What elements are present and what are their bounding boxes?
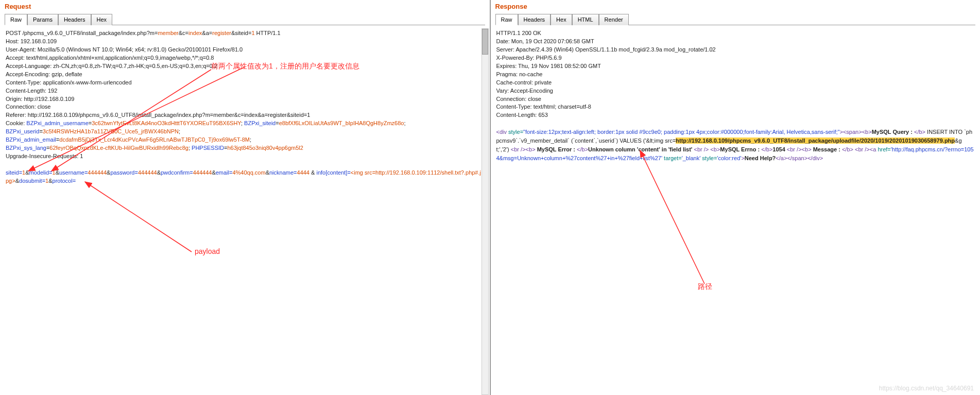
request-title: Request — [3, 2, 487, 11]
content-length-header: Content-Length: 192 — [6, 87, 484, 95]
tab-resp-headers[interactable]: Headers — [518, 14, 551, 25]
cachectl-header: Cache-control: private — [496, 79, 975, 87]
connection-header: Connection: close — [6, 103, 484, 111]
response-tabs: Raw Headers Hex HTML Render — [495, 13, 976, 25]
blank-line — [6, 161, 484, 169]
upgrade-header: Upgrade-Insecure-Requests: 1 — [6, 152, 484, 161]
content-type-header: Content-Type: application/x-www-form-url… — [6, 79, 484, 87]
host-header: Host: 192.168.0.109 — [6, 38, 484, 46]
request-body: siteid=1&modelid=1&username=444444&passw… — [6, 169, 484, 185]
upload-path-highlight: http://192.168.0.109/phpcms_v9.6.0_UTF8/… — [676, 138, 955, 144]
accept-enc-header: Accept-Encoding: gzip, deflate — [6, 71, 484, 79]
cookie-line-3: BZPxi_admin_email=dcdafmB5jDj3Tx_Lcr4dKu… — [6, 136, 484, 144]
cookie-header: Cookie: BZPxi_admin_username=3c62twnYfyt… — [6, 119, 484, 128]
conn-resp-header: Connection: close — [496, 95, 975, 104]
pragma-header: Pragma: no-cache — [496, 71, 975, 79]
response-panel: Response Raw Headers Hex HTML Render HTT… — [491, 0, 981, 395]
svg-line-5 — [640, 150, 704, 284]
tab-params[interactable]: Params — [27, 14, 58, 25]
powered-header: X-Powered-By: PHP/5.6.9 — [496, 54, 975, 62]
tab-resp-hex[interactable]: Hex — [551, 14, 572, 25]
vary-header: Vary: Accept-Encoding — [496, 87, 975, 95]
cookie-line-4: BZPxi_sys_lang=62feyrOBqQxpzdKLe-cftKUb-… — [6, 144, 484, 152]
cookie-line-2: BZPxi_userid=3c5f4RSWHzHA1b7a11ZVB0C_Uce… — [6, 128, 484, 136]
server-header: Server: Apache/2.4.39 (Win64) OpenSSL/1.… — [496, 46, 975, 54]
tab-hex[interactable]: Hex — [91, 14, 113, 25]
tab-resp-html[interactable]: HTML — [572, 14, 599, 25]
request-panel: Request Raw Params Headers Hex POST /php… — [0, 0, 491, 395]
request-content[interactable]: POST /phpcms_v9.6.0_UTF8/install_package… — [3, 28, 487, 186]
accept-header: Accept: text/html,application/xhtml+xml,… — [6, 54, 484, 62]
tab-headers[interactable]: Headers — [58, 14, 91, 25]
status-line: HTTP/1.1 200 OK — [496, 29, 975, 38]
request-tabs: Raw Params Headers Hex — [5, 13, 485, 25]
referer-header: Referer: http://192.168.0.109/phpcms_v9.… — [6, 111, 484, 119]
expires-header: Expires: Thu, 19 Nov 1981 08:52:00 GMT — [496, 62, 975, 71]
annotation-2: payload — [195, 247, 220, 255]
scrollbar[interactable] — [482, 28, 489, 395]
response-content[interactable]: HTTP/1.1 200 OK Date: Mon, 19 Oct 2020 0… — [493, 28, 978, 164]
response-body: <div style="font-size:12px;text-align:le… — [496, 128, 975, 163]
request-line: POST /phpcms_v9.6.0_UTF8/install_package… — [6, 29, 484, 38]
ctype-resp-header: Content-Type: text/html; charset=utf-8 — [496, 103, 975, 111]
clen-resp-header: Content-Length: 653 — [496, 111, 975, 119]
accept-lang-header: Accept-Language: zh-CN,zh;q=0.8,zh-TW;q=… — [6, 62, 484, 71]
tab-raw[interactable]: Raw — [5, 14, 27, 25]
response-title: Response — [493, 2, 978, 11]
annotation-3: 路径 — [698, 282, 712, 291]
svg-line-3 — [85, 182, 192, 252]
blank-line-2 — [496, 119, 975, 128]
tab-resp-render[interactable]: Render — [599, 14, 629, 25]
tab-resp-raw[interactable]: Raw — [495, 14, 518, 25]
date-header: Date: Mon, 19 Oct 2020 07:06:58 GMT — [496, 38, 975, 46]
watermark: https://blog.csdn.net/qq_34640691 — [879, 385, 974, 392]
ua-header: User-Agent: Mozilla/5.0 (Windows NT 10.0… — [6, 46, 484, 54]
origin-header: Origin: http://192.168.0.109 — [6, 95, 484, 104]
